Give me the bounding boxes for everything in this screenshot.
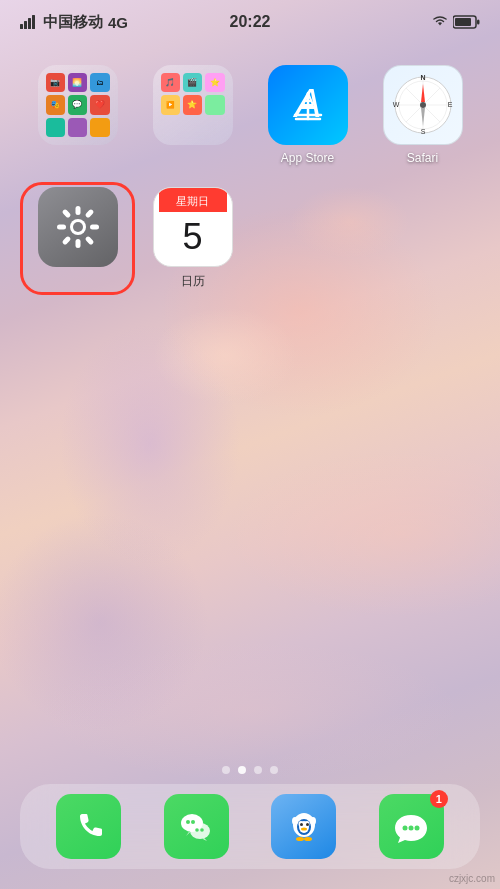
- svg-point-55: [310, 817, 316, 825]
- app-item-appstore[interactable]: A App Store: [255, 65, 360, 165]
- svg-point-21: [420, 102, 426, 108]
- music-folder-icon: 🎵 🎬 ⭐ ▶️ ⭐: [153, 65, 233, 145]
- svg-point-40: [195, 828, 199, 832]
- svg-point-41: [200, 828, 204, 832]
- svg-point-38: [186, 820, 190, 824]
- svg-point-51: [301, 827, 307, 830]
- music-mini-2: 🎬: [183, 73, 202, 92]
- safari-compass-svg: N S E W: [390, 72, 456, 138]
- folder-mini-9: [90, 118, 109, 137]
- svg-text:S: S: [420, 128, 425, 135]
- dock-item-phone[interactable]: [56, 794, 121, 859]
- svg-point-39: [191, 820, 195, 824]
- svg-text:E: E: [447, 101, 452, 108]
- battery-icon: [453, 15, 480, 29]
- folder-mini-7: [46, 118, 65, 137]
- page-indicators: [0, 766, 500, 774]
- svg-text:N: N: [420, 74, 425, 81]
- phone-icon: [56, 794, 121, 859]
- status-time: 20:22: [230, 13, 271, 31]
- wechat-svg: [175, 806, 217, 848]
- wechat-icon: [164, 794, 229, 859]
- app-grid: 📷 🌅 🗂 🎭 💬 ❤️ 🎵: [0, 55, 500, 322]
- svg-rect-5: [455, 18, 471, 26]
- calendar-date-number: 5: [182, 219, 202, 255]
- svg-text:W: W: [392, 101, 399, 108]
- appstore-logo: A: [282, 79, 334, 131]
- qq-icon: [271, 794, 336, 859]
- svg-rect-1: [24, 21, 27, 29]
- calendar-label: 日历: [181, 273, 205, 290]
- svg-point-58: [415, 825, 420, 830]
- calendar-icon: 星期日 5: [153, 187, 233, 267]
- app-item-social-folder[interactable]: 📷 🌅 🗂 🎭 💬 ❤️: [25, 65, 130, 165]
- page-indicator-1[interactable]: [222, 766, 230, 774]
- status-bar: 中国移动 4G 20:22: [0, 0, 500, 44]
- calendar-day-header: 星期日: [159, 188, 227, 212]
- music-mini-1: 🎵: [161, 73, 180, 92]
- safari-label: Safari: [407, 151, 438, 165]
- network-label: 4G: [108, 14, 128, 31]
- music-mini-4: ▶️: [161, 95, 180, 114]
- dock-item-wechat[interactable]: [164, 794, 229, 859]
- svg-point-57: [409, 825, 414, 830]
- folder-mini-8: [68, 118, 87, 137]
- page-indicator-3[interactable]: [254, 766, 262, 774]
- dock-item-messages[interactable]: 1: [379, 794, 444, 859]
- status-left: 中国移动 4G: [20, 13, 128, 32]
- folder-mini-3: 🗂: [90, 73, 109, 92]
- phone-svg: [70, 808, 108, 846]
- status-right: [432, 15, 480, 29]
- social-folder-icon: 📷 🌅 🗂 🎭 💬 ❤️: [38, 65, 118, 145]
- dock: 1: [20, 784, 480, 869]
- folder-mini-6: ❤️: [90, 95, 109, 114]
- music-mini-6: [205, 95, 224, 114]
- app-item-safari[interactable]: N S E W Safari: [370, 65, 475, 165]
- folder-mini-1: 📷: [46, 73, 65, 92]
- svg-rect-6: [477, 20, 480, 25]
- appstore-label: App Store: [281, 151, 334, 165]
- messages-svg: [391, 807, 431, 847]
- app-item-settings[interactable]: [25, 187, 130, 290]
- music-mini-5: ⭐: [183, 95, 202, 114]
- svg-rect-2: [28, 18, 31, 29]
- calendar-weekday: 星期日: [176, 195, 209, 207]
- signal-icon: [20, 15, 38, 29]
- page-indicator-2[interactable]: [238, 766, 246, 774]
- folder-mini-2: 🌅: [68, 73, 87, 92]
- app-item-music-folder[interactable]: 🎵 🎬 ⭐ ▶️ ⭐: [140, 65, 245, 165]
- settings-highlight-border: [20, 182, 135, 295]
- calendar-date-area: 5: [182, 212, 202, 261]
- carrier-label: 中国移动: [43, 13, 103, 32]
- wifi-icon: [432, 16, 448, 28]
- svg-marker-42: [186, 832, 190, 836]
- watermark: czjxjc.com: [449, 873, 495, 884]
- music-mini-3: ⭐: [205, 73, 224, 92]
- svg-point-54: [292, 817, 298, 825]
- svg-rect-3: [32, 15, 35, 29]
- dock-item-qq[interactable]: [271, 794, 336, 859]
- svg-point-49: [300, 823, 303, 826]
- page-indicator-4[interactable]: [270, 766, 278, 774]
- qq-svg: [284, 807, 324, 847]
- svg-point-50: [306, 823, 309, 826]
- svg-point-37: [190, 823, 210, 839]
- svg-rect-0: [20, 24, 23, 29]
- svg-marker-43: [203, 838, 207, 841]
- app-item-calendar[interactable]: 星期日 5 日历: [140, 187, 245, 290]
- safari-icon: N S E W: [383, 65, 463, 145]
- svg-point-56: [403, 825, 408, 830]
- svg-point-53: [304, 837, 312, 841]
- messages-badge: 1: [430, 790, 448, 808]
- appstore-icon: A: [268, 65, 348, 145]
- folder-mini-4: 🎭: [46, 95, 65, 114]
- svg-point-52: [296, 837, 304, 841]
- folder-mini-5: 💬: [68, 95, 87, 114]
